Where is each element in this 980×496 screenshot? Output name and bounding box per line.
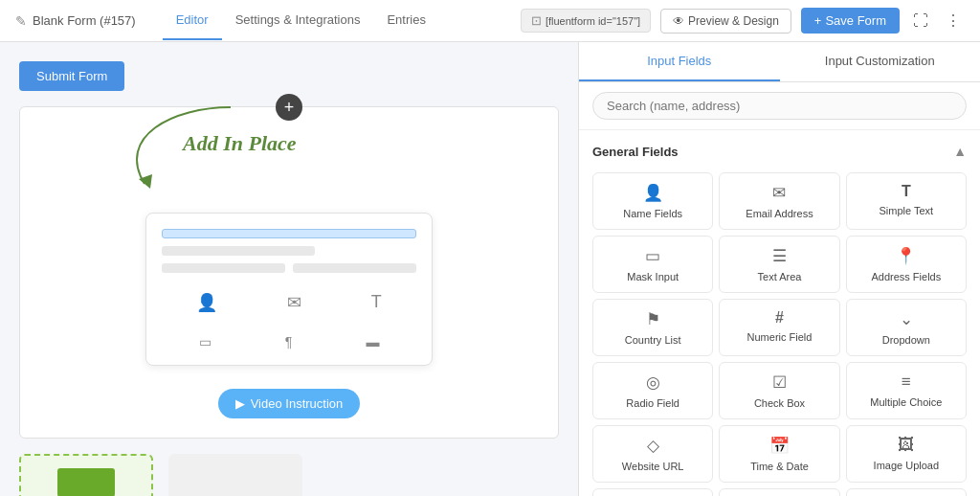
section-label: General Fields bbox=[592, 145, 679, 159]
form-mockup: 👤 ✉ T bbox=[145, 213, 433, 366]
field-numeric[interactable]: # Numeric Field bbox=[719, 299, 839, 356]
expand-button[interactable]: ⛶ bbox=[909, 9, 932, 34]
mockup-icon-text: T bbox=[371, 292, 382, 327]
field-label-simple-text: Simple Text bbox=[880, 205, 934, 216]
mockup-icons-row-2: ▭ ¶ ▬ bbox=[162, 334, 416, 349]
bottom-mockup-green-block bbox=[57, 468, 115, 496]
field-label-image: Image Upload bbox=[874, 460, 940, 471]
tab-entries[interactable]: Entries bbox=[373, 1, 438, 40]
field-label-url: Website URL bbox=[622, 461, 684, 472]
field-checkbox[interactable]: ☑ Check Box bbox=[719, 362, 839, 419]
field-label-name: Name Fields bbox=[623, 208, 682, 219]
shortcode-text: [fluentform id="157"] bbox=[546, 15, 640, 27]
mockup-col-2 bbox=[293, 263, 416, 281]
mockup-icon-para: ¶ bbox=[285, 334, 293, 349]
bottom-mockup-gray bbox=[168, 454, 302, 496]
field-label-country: Country List bbox=[625, 334, 681, 346]
mockup-icon-email: ✉ bbox=[287, 292, 301, 327]
field-time-date[interactable]: 📅 Time & Date bbox=[719, 425, 839, 483]
fields-grid: 👤 Name Fields ✉ Email Address T Simple T… bbox=[592, 172, 967, 496]
mockup-short-field-1 bbox=[162, 246, 315, 256]
field-custom-html[interactable]: </> Custom HTML bbox=[719, 488, 839, 496]
field-email-address[interactable]: ✉ Email Address bbox=[719, 172, 839, 230]
mockup-icon-person: 👤 bbox=[196, 292, 217, 327]
play-icon: ▶ bbox=[235, 396, 245, 411]
editor-panel: Submit Form + Add In Place bbox=[0, 42, 578, 496]
mockup-row-1 bbox=[162, 263, 416, 281]
main-layout: Submit Form + Add In Place bbox=[0, 42, 980, 496]
submit-form-button[interactable]: Submit Form bbox=[19, 61, 124, 91]
mockup-icon-card: ▬ bbox=[366, 334, 379, 349]
tab-settings[interactable]: Settings & Integrations bbox=[222, 1, 374, 40]
panel-tabs: Input Fields Input Customization bbox=[579, 42, 980, 82]
checkbox-icon: ☑ bbox=[772, 372, 787, 393]
shortcode-badge[interactable]: ⊡ [fluentform id="157"] bbox=[521, 9, 651, 33]
topbar: ✎ Blank Form (#157) Editor Settings & In… bbox=[0, 0, 980, 42]
field-website-url[interactable]: ◇ Website URL bbox=[592, 425, 713, 483]
field-text-area[interactable]: ☰ Text Area bbox=[719, 236, 839, 293]
form-title: ✎ Blank Form (#157) bbox=[15, 13, 136, 29]
form-title-text: Blank Form (#157) bbox=[33, 13, 136, 28]
video-instruction-button[interactable]: ▶ Video Instruction bbox=[218, 389, 361, 418]
eye-icon: 👁 bbox=[673, 14, 684, 28]
field-label-radio: Radio Field bbox=[626, 397, 679, 409]
search-bar bbox=[579, 82, 980, 130]
image-icon: 🖼 bbox=[898, 436, 914, 455]
topbar-left: ✎ Blank Form (#157) Editor Settings & In… bbox=[15, 1, 521, 40]
radio-icon: ◎ bbox=[646, 372, 660, 393]
chevron-up-icon[interactable]: ▲ bbox=[953, 144, 967, 159]
field-label-numeric: Numeric Field bbox=[747, 331, 813, 343]
topbar-right: ⊡ [fluentform id="157"] 👁 Preview & Desi… bbox=[521, 8, 965, 34]
url-icon: ◇ bbox=[647, 436, 659, 456]
email-icon: ✉ bbox=[772, 183, 786, 203]
calendar-icon: 📅 bbox=[769, 436, 790, 456]
field-address-fields[interactable]: 📍 Address Fields bbox=[846, 236, 967, 293]
multiple-choice-icon: ≡ bbox=[902, 372, 911, 392]
hash-icon: # bbox=[775, 309, 784, 327]
mockup-col-1 bbox=[162, 263, 285, 281]
nav-tabs: Editor Settings & Integrations Entries bbox=[163, 1, 439, 40]
field-simple-text[interactable]: T Simple Text bbox=[846, 172, 967, 230]
field-label-textarea: Text Area bbox=[758, 271, 802, 282]
textarea-icon: ☰ bbox=[772, 246, 787, 266]
field-label-multiple-choice: Multiple Choice bbox=[870, 396, 942, 408]
field-label-dropdown: Dropdown bbox=[882, 334, 930, 346]
field-label-checkbox: Check Box bbox=[754, 397, 805, 409]
field-phone[interactable]: 📱 Phone/Mobile Field bbox=[846, 488, 967, 496]
field-label-date: Time & Date bbox=[750, 461, 809, 472]
save-button[interactable]: + Save Form bbox=[801, 8, 900, 34]
field-image-upload[interactable]: 🖼 Image Upload bbox=[846, 425, 967, 483]
field-multiple-choice[interactable]: ≡ Multiple Choice bbox=[846, 362, 967, 419]
search-input[interactable] bbox=[592, 92, 967, 120]
section-header: General Fields ▲ bbox=[592, 140, 967, 163]
dropdown-icon: ⌄ bbox=[900, 309, 913, 329]
bottom-mockups bbox=[19, 454, 559, 496]
tab-input-customization[interactable]: Input Customization bbox=[780, 42, 981, 81]
field-label-address: Address Fields bbox=[871, 271, 941, 282]
text-icon: T bbox=[902, 183, 911, 200]
add-plus-button[interactable]: + bbox=[276, 94, 302, 121]
field-country-list[interactable]: ⚑ Country List bbox=[592, 299, 713, 356]
more-menu-button[interactable]: ⋮ bbox=[942, 8, 965, 34]
form-canvas: + Add In Place bbox=[19, 106, 559, 439]
tab-input-fields[interactable]: Input Fields bbox=[579, 42, 780, 81]
field-radio[interactable]: ◎ Radio Field bbox=[592, 362, 713, 419]
mockup-icons-row: 👤 ✉ T bbox=[162, 292, 416, 327]
field-name-fields[interactable]: 👤 Name Fields bbox=[592, 172, 713, 230]
field-label-email: Email Address bbox=[746, 208, 813, 219]
field-dropdown[interactable]: ⌄ Dropdown bbox=[846, 299, 967, 356]
mockup-icon-mask: ▭ bbox=[199, 334, 212, 349]
address-icon: 📍 bbox=[896, 246, 916, 266]
flag-icon: ⚑ bbox=[646, 309, 660, 329]
field-mask-input[interactable]: ▭ Mask Input bbox=[592, 236, 713, 293]
mockup-highlight-field bbox=[162, 229, 416, 238]
field-label-mask: Mask Input bbox=[627, 271, 679, 282]
right-panel: Input Fields Input Customization General… bbox=[578, 42, 980, 496]
field-file-upload[interactable]: ↑ File Upload bbox=[592, 488, 713, 496]
shortcode-icon: ⊡ bbox=[531, 13, 542, 28]
person-icon: 👤 bbox=[643, 183, 663, 203]
preview-button[interactable]: 👁 Preview & Design bbox=[660, 9, 791, 34]
edit-icon: ✎ bbox=[15, 13, 27, 29]
tab-editor[interactable]: Editor bbox=[163, 1, 222, 40]
mask-icon: ▭ bbox=[645, 246, 660, 266]
